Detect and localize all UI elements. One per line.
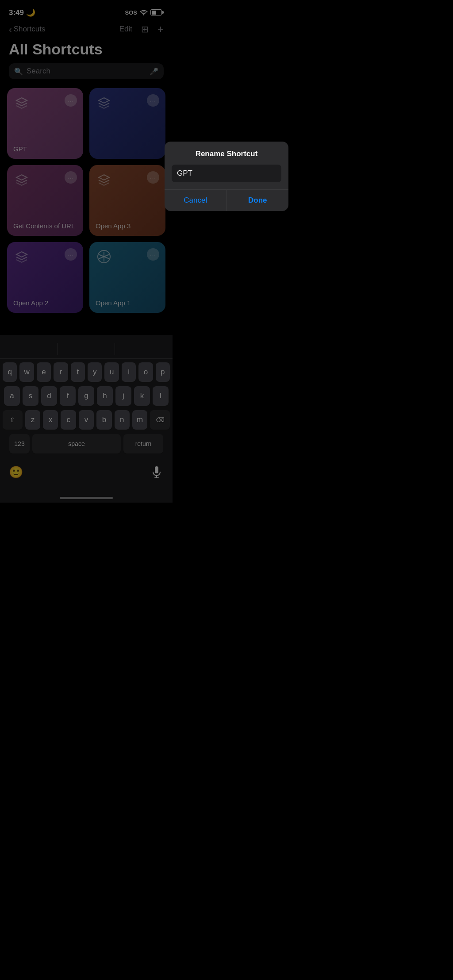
dialog-buttons: Cancel Done bbox=[165, 189, 173, 211]
dialog-title: Rename Shortcut bbox=[165, 142, 173, 165]
rename-input[interactable] bbox=[172, 165, 173, 182]
dialog-overlay bbox=[0, 0, 173, 503]
dialog-input-wrap bbox=[165, 165, 173, 189]
cancel-button[interactable]: Cancel bbox=[165, 190, 173, 211]
rename-dialog: Rename Shortcut Cancel Done bbox=[165, 142, 173, 211]
